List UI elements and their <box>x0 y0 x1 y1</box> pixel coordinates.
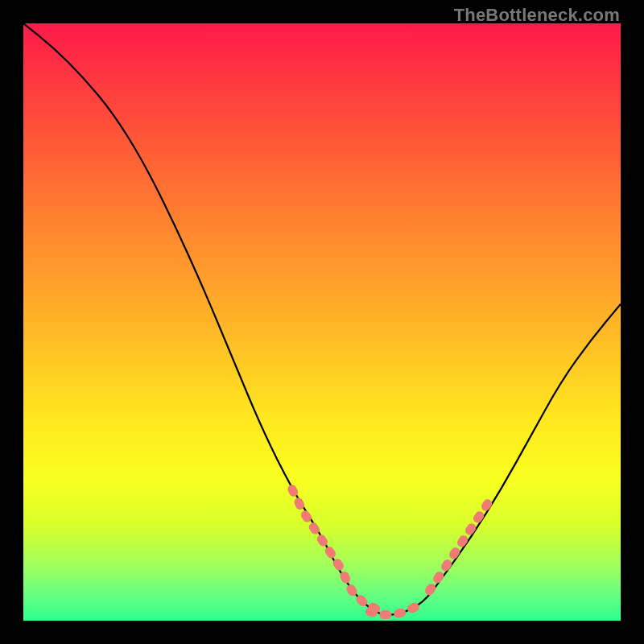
highlight-left <box>292 489 376 609</box>
highlight-group <box>292 489 489 615</box>
chart-overlay <box>23 23 621 621</box>
curve-group <box>23 23 621 615</box>
watermark-text: TheBottleneck.com <box>454 5 620 26</box>
plot-area <box>23 23 621 621</box>
highlight-right <box>430 502 489 591</box>
chart-frame: TheBottleneck.com <box>0 0 644 644</box>
bottleneck-curve <box>23 23 621 615</box>
